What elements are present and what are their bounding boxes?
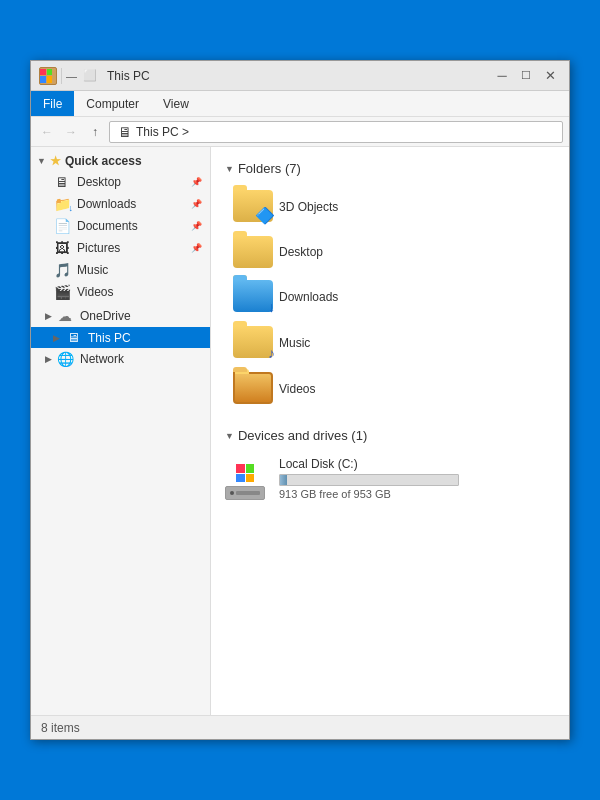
sidebar-item-music[interactable]: 🎵 Music <box>31 259 210 281</box>
menu-view[interactable]: View <box>151 91 201 116</box>
sidebar-onedrive-label: OneDrive <box>80 309 131 323</box>
folder-music-label: Music <box>279 336 310 350</box>
devices-chevron: ▼ <box>225 431 234 441</box>
path-text: This PC > <box>136 125 189 139</box>
folder-videos-label: Videos <box>279 382 315 396</box>
folder-3d-objects-label: 3D Objects <box>279 200 338 214</box>
drive-c-progress-bg <box>279 474 459 486</box>
folder-desktop-label: Desktop <box>279 245 323 259</box>
documents-icon: 📄 <box>53 218 71 234</box>
sidebar-item-pictures[interactable]: 🖼 Pictures 📌 <box>31 237 210 259</box>
folder-music[interactable]: ♪ Music <box>225 320 400 366</box>
minimize-button[interactable]: ─ <box>491 67 513 85</box>
videos-folder-icon <box>233 372 273 404</box>
sidebar: ▼ ★ Quick access 🖥 Desktop 📌 📁 ↓ Down <box>31 147 211 715</box>
network-icon: 🌐 <box>56 351 74 367</box>
quick-access-label: Quick access <box>65 154 142 168</box>
folders-section-title: Folders (7) <box>238 161 301 176</box>
folders-chevron: ▼ <box>225 164 234 174</box>
pin-icon-pictures: 📌 <box>191 243 202 253</box>
sidebar-item-downloads[interactable]: 📁 ↓ Downloads 📌 <box>31 193 210 215</box>
sidebar-item-videos[interactable]: 🎬 Videos <box>31 281 210 303</box>
ribbon-minimize-icon[interactable]: — <box>66 70 77 82</box>
sidebar-item-thispc[interactable]: ▶ 🖥 This PC <box>31 327 210 348</box>
explorer-window: — ⬜ This PC ─ ☐ ✕ File Computer View ← →… <box>30 60 570 740</box>
drive-c-icon <box>225 462 269 496</box>
folder-videos[interactable]: Videos <box>225 366 400 412</box>
pictures-icon: 🖼 <box>53 240 71 256</box>
thispc-chevron: ▶ <box>53 333 60 343</box>
menu-computer[interactable]: Computer <box>74 91 151 116</box>
drive-c-progress-fill <box>280 475 287 485</box>
network-chevron: ▶ <box>45 354 52 364</box>
up-button[interactable]: ↑ <box>85 122 105 142</box>
quick-access-section: ▼ ★ Quick access 🖥 Desktop 📌 📁 ↓ Down <box>31 151 210 303</box>
window-title: This PC <box>107 69 150 83</box>
drive-c-space: 913 GB free of 953 GB <box>279 488 555 500</box>
drive-c-info: Local Disk (C:) 913 GB free of 953 GB <box>279 457 555 500</box>
window-icon <box>39 67 57 85</box>
folders-grid: 🔷 3D Objects Desktop ↓ <box>225 184 555 412</box>
title-separator <box>61 68 62 84</box>
quick-access-chevron: ▼ <box>37 156 46 166</box>
computer-icon: 🖥 <box>118 124 132 140</box>
onedrive-icon: ☁ <box>56 308 74 324</box>
music-folder-icon <box>233 326 273 358</box>
sidebar-item-music-label: Music <box>77 263 108 277</box>
devices-section-title: Devices and drives (1) <box>238 428 367 443</box>
sidebar-item-documents[interactable]: 📄 Documents 📌 <box>31 215 210 237</box>
music-note-icon: ♪ <box>268 346 275 360</box>
sidebar-item-pictures-label: Pictures <box>77 241 120 255</box>
folder-desktop[interactable]: Desktop <box>225 230 400 274</box>
title-bar-icons: — ⬜ <box>39 67 97 85</box>
address-bar: ← → ↑ 🖥 This PC > <box>31 117 569 147</box>
devices-section: ▼ Devices and drives (1) <box>225 428 555 506</box>
downloads-icon: 📁 ↓ <box>53 196 71 212</box>
devices-section-header: ▼ Devices and drives (1) <box>225 428 555 443</box>
menu-file[interactable]: File <box>31 91 74 116</box>
content-area: ▼ ★ Quick access 🖥 Desktop 📌 📁 ↓ Down <box>31 147 569 715</box>
folder-3d-objects[interactable]: 🔷 3D Objects <box>225 184 400 230</box>
quick-access-header[interactable]: ▼ ★ Quick access <box>31 151 210 171</box>
sidebar-item-desktop[interactable]: 🖥 Desktop 📌 <box>31 171 210 193</box>
items-count: 8 items <box>41 721 80 735</box>
music-icon: 🎵 <box>53 262 71 278</box>
sidebar-item-videos-label: Videos <box>77 285 113 299</box>
pin-icon-downloads: 📌 <box>191 199 202 209</box>
forward-button[interactable]: → <box>61 122 81 142</box>
folder-downloads[interactable]: ↓ Downloads <box>225 274 400 320</box>
drive-c[interactable]: Local Disk (C:) 913 GB free of 953 GB <box>225 451 555 506</box>
sidebar-item-network[interactable]: ▶ 🌐 Network <box>31 348 210 370</box>
quick-access-star-icon: ★ <box>50 154 61 168</box>
back-button[interactable]: ← <box>37 122 57 142</box>
pin-icon-documents: 📌 <box>191 221 202 231</box>
sidebar-item-documents-label: Documents <box>77 219 138 233</box>
folder-downloads-label: Downloads <box>279 290 338 304</box>
sidebar-thispc-label: This PC <box>88 331 131 345</box>
sidebar-item-downloads-label: Downloads <box>77 197 136 211</box>
downloads-folder-icon <box>233 280 273 312</box>
videos-icon: 🎬 <box>53 284 71 300</box>
thispc-icon: 🖥 <box>64 330 82 345</box>
close-button[interactable]: ✕ <box>539 67 561 85</box>
sidebar-network-label: Network <box>80 352 124 366</box>
sidebar-item-onedrive[interactable]: ▶ ☁ OneDrive <box>31 305 210 327</box>
desktop-folder-icon <box>233 236 273 268</box>
onedrive-chevron: ▶ <box>45 311 52 321</box>
folders-section-header: ▼ Folders (7) <box>225 161 555 176</box>
drive-body <box>225 486 265 500</box>
menu-bar: File Computer View <box>31 91 569 117</box>
sidebar-item-desktop-label: Desktop <box>77 175 121 189</box>
desktop-icon: 🖥 <box>53 174 71 190</box>
3d-badge-icon: 🔷 <box>255 208 275 224</box>
ribbon-expand-icon[interactable]: ⬜ <box>83 69 97 82</box>
title-bar: — ⬜ This PC ─ ☐ ✕ <box>31 61 569 91</box>
downloads-arrow-icon: ↓ <box>268 300 275 314</box>
windows-logo-icon <box>236 462 258 484</box>
status-bar: 8 items <box>31 715 569 739</box>
pin-icon-desktop: 📌 <box>191 177 202 187</box>
drive-c-name: Local Disk (C:) <box>279 457 555 471</box>
main-panel: ▼ Folders (7) 🔷 3D Objects Desktop <box>211 147 569 715</box>
maximize-button[interactable]: ☐ <box>515 67 537 85</box>
address-path[interactable]: 🖥 This PC > <box>109 121 563 143</box>
